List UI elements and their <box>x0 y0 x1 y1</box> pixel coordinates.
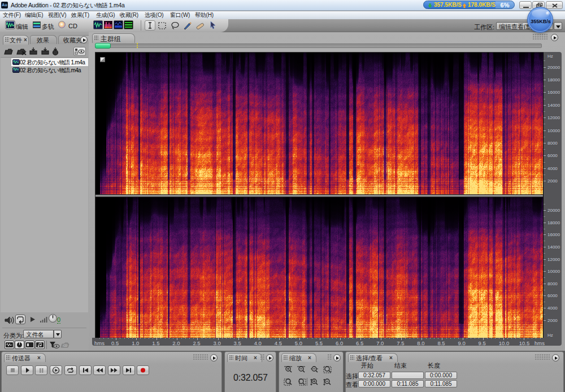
svg-text:CD: CD <box>63 344 68 347</box>
